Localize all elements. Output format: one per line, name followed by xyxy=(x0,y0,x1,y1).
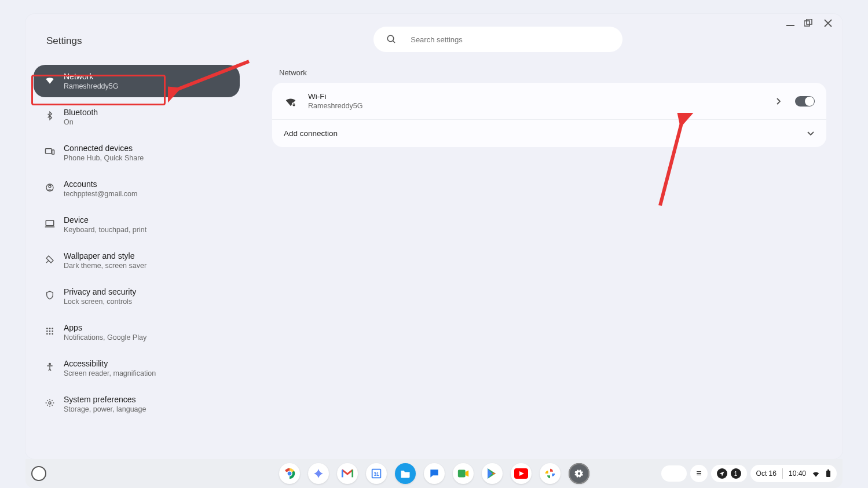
sidebar-item-sub: Notifications, Google Play xyxy=(64,333,147,342)
location-icon xyxy=(717,468,727,479)
svg-rect-30 xyxy=(341,470,343,478)
sidebar-item-device[interactable]: Device Keyboard, touchpad, print xyxy=(34,208,240,241)
sidebar-item-sub: Dark theme, screen saver xyxy=(64,262,147,270)
svg-line-5 xyxy=(393,41,395,43)
add-connection-label: Add connection xyxy=(284,129,807,138)
status-tray[interactable]: Oct 16 10:40 xyxy=(750,465,837,482)
app-photos[interactable] xyxy=(540,463,561,484)
bluetooth-icon xyxy=(44,110,56,122)
svg-rect-31 xyxy=(351,470,353,478)
svg-rect-38 xyxy=(827,469,829,471)
minimize-button[interactable] xyxy=(785,17,796,29)
sidebar: Network Rameshreddy5G Bluetooth On C xyxy=(32,65,241,459)
network-card: Wi-Fi Rameshreddy5G Add connection xyxy=(272,83,826,147)
app-messages[interactable] xyxy=(424,463,445,484)
app-files[interactable] xyxy=(395,463,416,484)
close-button[interactable] xyxy=(824,19,836,27)
wifi-ssid: Rameshreddy5G xyxy=(308,102,777,110)
chevron-down-icon xyxy=(807,131,815,137)
section-title: Network xyxy=(279,68,826,77)
notifications-button[interactable]: 1 xyxy=(711,465,747,482)
gear-icon xyxy=(44,397,56,409)
sidebar-item-sub: Storage, power, language xyxy=(64,405,146,413)
devices-icon xyxy=(44,146,56,157)
svg-point-15 xyxy=(46,331,48,332)
stylus-button[interactable]: ≡ xyxy=(690,465,707,482)
sidebar-item-label: Accounts xyxy=(64,179,137,189)
app-youtube[interactable] xyxy=(511,463,532,484)
sidebar-item-sub: Lock screen, controls xyxy=(64,298,136,306)
wifi-toggle[interactable] xyxy=(795,96,815,107)
sidebar-item-sub: Rameshreddy5G xyxy=(64,82,119,90)
svg-rect-7 xyxy=(52,150,54,155)
wifi-row[interactable]: Wi-Fi Rameshreddy5G xyxy=(272,83,826,120)
launcher-button[interactable] xyxy=(31,466,46,481)
design-icon xyxy=(44,254,56,265)
sidebar-item-wallpaper-style[interactable]: Wallpaper and style Dark theme, screen s… xyxy=(34,244,240,277)
chevron-right-icon[interactable] xyxy=(777,98,781,105)
svg-point-4 xyxy=(387,35,394,42)
svg-point-16 xyxy=(49,331,51,332)
laptop-icon xyxy=(44,218,56,229)
accessibility-icon xyxy=(44,361,56,373)
app-meet[interactable] xyxy=(453,463,474,484)
sidebar-item-connected-devices[interactable]: Connected devices Phone Hub, Quick Share xyxy=(34,137,240,169)
wifi-status-icon xyxy=(812,470,820,477)
sidebar-item-system-preferences[interactable]: System preferences Storage, power, langu… xyxy=(34,388,240,420)
sidebar-item-accounts[interactable]: Accounts techpptest@gmail.com xyxy=(34,173,240,205)
svg-point-14 xyxy=(52,328,53,329)
main-panel: Network Wi-Fi Rameshreddy5G xyxy=(252,65,836,459)
search-box[interactable] xyxy=(373,27,622,52)
notifications-badge: 1 xyxy=(731,468,741,479)
app-gemini[interactable] xyxy=(308,463,329,484)
phone-hub-pill[interactable] xyxy=(661,465,687,482)
svg-rect-10 xyxy=(46,221,54,226)
wifi-label: Wi-Fi xyxy=(308,92,777,101)
add-connection-row[interactable]: Add connection xyxy=(272,120,826,147)
window-controls xyxy=(785,17,836,29)
shelf: 31 ≡ 1 Oct 16 10:40 xyxy=(25,459,843,488)
svg-point-12 xyxy=(46,328,48,329)
sidebar-item-label: Connected devices xyxy=(64,144,144,153)
sidebar-item-sub: Phone Hub, Quick Share xyxy=(64,154,144,162)
account-icon xyxy=(44,182,56,193)
sidebar-item-sub: On xyxy=(64,118,98,126)
app-chrome[interactable] xyxy=(279,463,300,484)
sidebar-item-label: Bluetooth xyxy=(64,108,98,117)
svg-point-18 xyxy=(46,333,48,335)
app-gmail[interactable] xyxy=(337,463,358,484)
sidebar-item-label: Device xyxy=(64,215,147,225)
svg-rect-37 xyxy=(826,471,830,477)
svg-point-9 xyxy=(49,185,51,188)
svg-point-29 xyxy=(287,471,291,476)
svg-point-20 xyxy=(52,333,53,335)
app-play[interactable] xyxy=(482,463,503,484)
svg-point-19 xyxy=(49,333,51,335)
svg-rect-24 xyxy=(293,104,295,106)
maximize-button[interactable] xyxy=(804,19,816,27)
sidebar-item-bluetooth[interactable]: Bluetooth On xyxy=(34,101,240,133)
search-input[interactable] xyxy=(411,35,610,44)
sidebar-item-network[interactable]: Network Rameshreddy5G xyxy=(34,65,240,97)
svg-point-21 xyxy=(49,363,51,365)
sidebar-item-label: Apps xyxy=(64,323,147,332)
sidebar-item-apps[interactable]: Apps Notifications, Google Play xyxy=(34,316,240,348)
battery-icon xyxy=(826,469,831,478)
grid-icon xyxy=(44,325,56,337)
sidebar-item-label: Network xyxy=(64,72,119,81)
shield-icon xyxy=(44,289,56,301)
sidebar-item-privacy-security[interactable]: Privacy and security Lock screen, contro… xyxy=(34,280,240,313)
wifi-secure-icon xyxy=(284,94,298,108)
page-title: Settings xyxy=(46,32,82,47)
svg-rect-35 xyxy=(457,470,465,478)
app-settings[interactable] xyxy=(569,463,589,484)
status-date: Oct 16 xyxy=(756,469,777,478)
app-calendar[interactable]: 31 xyxy=(366,463,387,484)
sidebar-item-accessibility[interactable]: Accessibility Screen reader, magnificati… xyxy=(34,352,240,384)
header: Settings xyxy=(25,14,843,65)
svg-rect-6 xyxy=(46,149,52,153)
svg-point-17 xyxy=(52,331,53,332)
sidebar-item-sub: techpptest@gmail.com xyxy=(64,190,137,198)
sidebar-item-label: Accessibility xyxy=(64,359,156,368)
status-time: 10:40 xyxy=(789,469,806,478)
